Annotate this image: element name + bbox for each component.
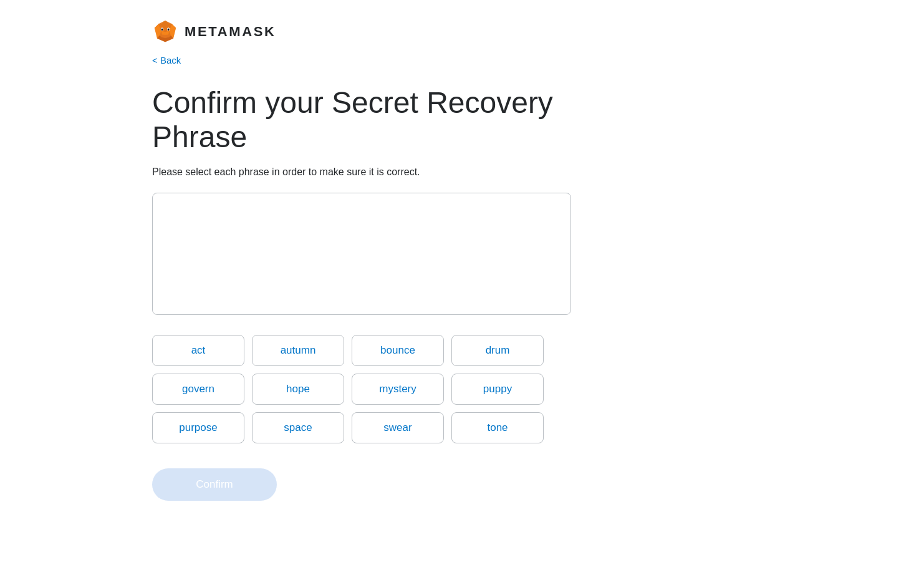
word-button-mystery[interactable]: mystery	[352, 374, 444, 405]
word-grid: actautumnbouncedrumgovernhopemysterypupp…	[152, 335, 571, 443]
svg-point-13	[161, 29, 163, 31]
header: METAMASK	[152, 19, 599, 45]
page-title: Confirm your Secret Recovery Phrase	[152, 85, 599, 154]
logo-container: METAMASK	[152, 19, 276, 45]
brand-name: METAMASK	[185, 24, 276, 40]
word-button-puppy[interactable]: puppy	[451, 374, 544, 405]
word-button-bounce[interactable]: bounce	[352, 335, 444, 366]
word-button-hope[interactable]: hope	[252, 374, 344, 405]
back-label[interactable]: < Back	[152, 55, 181, 65]
word-button-act[interactable]: act	[152, 335, 244, 366]
word-button-govern[interactable]: govern	[152, 374, 244, 405]
word-button-purpose[interactable]: purpose	[152, 412, 244, 443]
metamask-fox-icon	[152, 19, 178, 45]
word-button-tone[interactable]: tone	[451, 412, 544, 443]
word-button-swear[interactable]: swear	[352, 412, 444, 443]
page-container: METAMASK < Back Confirm your Secret Reco…	[0, 0, 599, 501]
phrase-selection-box	[152, 193, 571, 315]
word-button-space[interactable]: space	[252, 412, 344, 443]
back-link[interactable]: < Back	[152, 55, 599, 65]
word-button-drum[interactable]: drum	[451, 335, 544, 366]
page-subtitle: Please select each phrase in order to ma…	[152, 167, 599, 178]
svg-point-14	[168, 29, 170, 31]
word-button-autumn[interactable]: autumn	[252, 335, 344, 366]
confirm-button[interactable]: Confirm	[152, 468, 277, 501]
